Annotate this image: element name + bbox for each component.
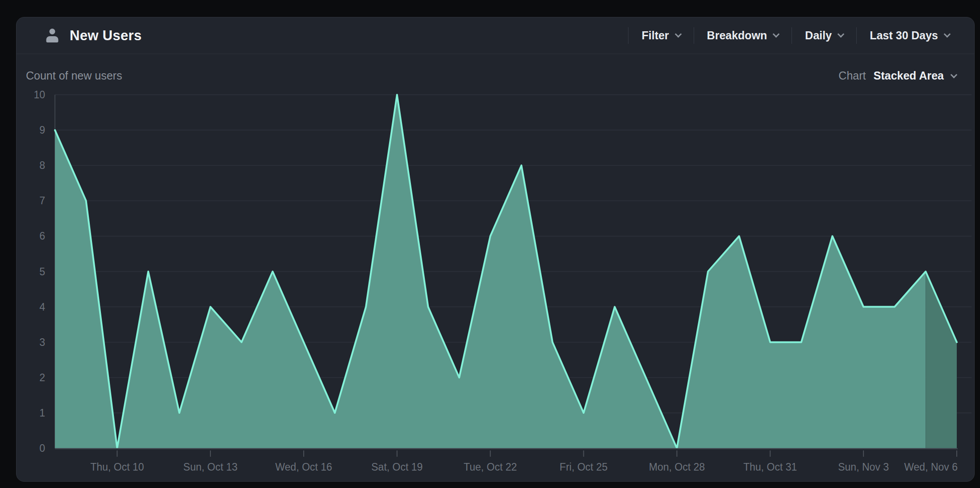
chevron-down-icon <box>944 30 951 38</box>
dashboard-page: New Users Filter Breakdown Daily <box>0 0 980 488</box>
chart-type-selector[interactable]: Chart Stacked Area <box>838 69 956 82</box>
new-users-card: New Users Filter Breakdown Daily <box>16 17 975 482</box>
breakdown-control[interactable]: Breakdown <box>694 17 792 54</box>
svg-text:7: 7 <box>39 195 45 206</box>
granularity-label: Daily <box>805 29 832 42</box>
svg-text:Thu, Oct 31: Thu, Oct 31 <box>743 461 797 473</box>
chevron-down-icon <box>773 30 780 38</box>
svg-text:Sat, Oct 19: Sat, Oct 19 <box>371 461 423 473</box>
chevron-down-icon <box>951 71 958 78</box>
subheader: Count of new users Chart Stacked Area <box>17 54 974 86</box>
date-range-control[interactable]: Last 30 Days <box>857 17 963 54</box>
svg-text:Sun, Oct 13: Sun, Oct 13 <box>183 461 237 473</box>
header-controls: Filter Breakdown Daily Last 30 Days <box>628 17 963 54</box>
svg-text:Fri, Oct 25: Fri, Oct 25 <box>560 461 607 473</box>
filter-control[interactable]: Filter <box>628 17 693 54</box>
chevron-down-icon <box>838 30 845 38</box>
svg-text:Sun, Nov 3: Sun, Nov 3 <box>838 461 889 473</box>
card-header-left: New Users <box>44 28 142 44</box>
svg-text:5: 5 <box>39 266 45 278</box>
filter-label: Filter <box>641 29 669 42</box>
svg-text:8: 8 <box>39 160 45 171</box>
svg-text:1: 1 <box>39 407 45 419</box>
svg-text:2: 2 <box>39 372 45 383</box>
metric-label: Count of new users <box>26 69 122 82</box>
granularity-control[interactable]: Daily <box>792 17 856 54</box>
svg-text:3: 3 <box>39 337 45 348</box>
chevron-down-icon <box>674 30 682 38</box>
breakdown-label: Breakdown <box>707 29 767 42</box>
date-range-label: Last 30 Days <box>870 29 938 42</box>
chart-type-value: Stacked Area <box>874 69 944 82</box>
svg-text:9: 9 <box>39 124 45 136</box>
svg-text:6: 6 <box>39 230 45 242</box>
card-header: New Users Filter Breakdown Daily <box>17 17 974 54</box>
svg-text:4: 4 <box>39 301 45 313</box>
svg-text:Tue, Oct 22: Tue, Oct 22 <box>464 461 517 473</box>
svg-text:10: 10 <box>34 89 45 101</box>
area-chart: 012345678910Thu, Oct 10Sun, Oct 13Wed, O… <box>17 17 975 481</box>
user-icon <box>44 28 60 44</box>
svg-text:0: 0 <box>39 442 45 454</box>
svg-text:Wed, Oct 16: Wed, Oct 16 <box>275 461 332 473</box>
chart-type-label: Chart <box>838 69 866 82</box>
svg-text:Thu, Oct 10: Thu, Oct 10 <box>90 461 144 473</box>
card-title: New Users <box>70 28 142 44</box>
svg-text:Wed, Nov 6: Wed, Nov 6 <box>904 461 958 473</box>
svg-text:Mon, Oct 28: Mon, Oct 28 <box>649 461 705 473</box>
